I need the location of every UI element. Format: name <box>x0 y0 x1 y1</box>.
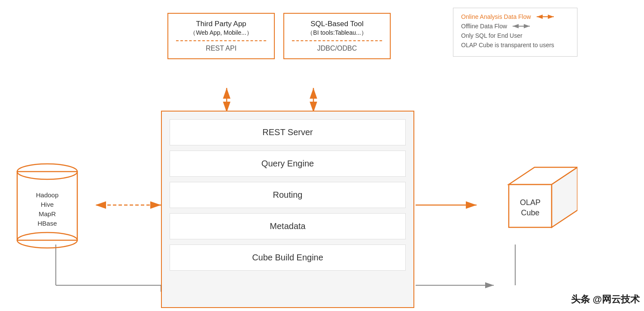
cube-build-engine-box: Cube Build Engine <box>170 245 406 271</box>
legend-sql: Only SQL for End User <box>461 32 569 39</box>
legend-offline: Offline Data Flow <box>461 23 569 30</box>
metadata-box: Metadata <box>170 213 406 239</box>
svg-text:HBase: HBase <box>37 220 57 227</box>
rest-api-label: REST API <box>176 45 266 52</box>
sql-tool-title: SQL-Based Tool （BI tools:Tableau...） <box>292 20 382 37</box>
jdbc-odbc-label: JDBC/ODBC <box>292 45 382 52</box>
legend-olap: OLAP Cube is transparent to users <box>461 42 569 48</box>
svg-text:MapR: MapR <box>39 210 56 217</box>
third-party-box: Third Party App （Web App, Mobile...） RES… <box>167 13 275 59</box>
svg-text:Hadoop: Hadoop <box>36 191 59 199</box>
query-engine-box: Query Engine <box>170 151 406 177</box>
legend-box: Online Analysis Data Flow Offline Data F… <box>453 8 577 57</box>
legend-olap-text: OLAP Cube is transparent to users <box>461 42 554 48</box>
watermark: 头条 @网云技术 <box>571 293 640 306</box>
svg-text:Hive: Hive <box>41 201 54 208</box>
routing-box: Routing <box>170 182 406 208</box>
dashed-divider-1 <box>176 40 266 41</box>
svg-text:OLAP: OLAP <box>520 198 541 207</box>
legend-offline-arrow <box>510 23 532 30</box>
legend-online: Online Analysis Data Flow <box>461 13 569 20</box>
third-party-title: Third Party App （Web App, Mobile...） <box>176 20 266 37</box>
legend-offline-text: Offline Data Flow <box>461 23 507 30</box>
dashed-divider-2 <box>292 40 382 41</box>
hadoop-cylinder: Hadoop Hive MapR HBase <box>13 159 82 253</box>
diagram-container: Online Analysis Data Flow Offline Data F… <box>0 0 644 311</box>
sql-tool-box: SQL-Based Tool （BI tools:Tableau...） JDB… <box>283 13 391 59</box>
legend-online-arrow <box>535 13 556 20</box>
olap-cube: OLAP Cube <box>492 150 577 245</box>
rest-server-box: REST Server <box>170 119 406 145</box>
kylin-main-box: REST Server Query Engine Routing Metadat… <box>161 111 414 308</box>
svg-text:Cube: Cube <box>521 208 539 217</box>
legend-online-text: Online Analysis Data Flow <box>461 13 531 20</box>
legend-sql-text: Only SQL for End User <box>461 32 522 39</box>
